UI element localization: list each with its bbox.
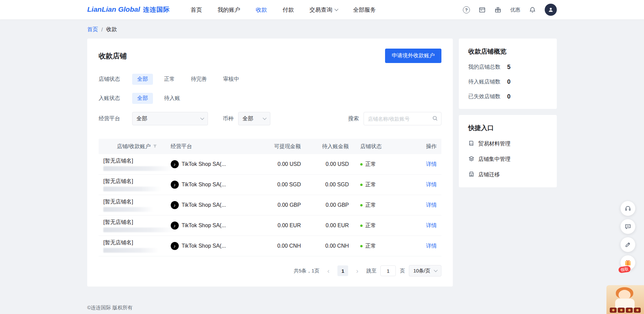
store-name: [暂无店铺名] [103,158,171,164]
help-icon[interactable]: ? [463,6,470,13]
pagination-summary: 共5条，1页 [293,268,319,274]
user-avatar[interactable] [545,4,557,16]
withdrawable-amount: 0.00 USD [253,161,301,167]
footer: ©连连国际 版权所有 工信部备案号：浙B2-20080148-2 浙公网安备 3… [0,305,644,314]
chevron-down-icon [263,116,266,120]
overview-title: 收款店铺概览 [468,47,547,56]
bell-icon[interactable] [529,6,536,13]
status-dot [360,184,363,186]
header-pending: 待入账金额 [301,143,349,150]
sidebar: 收款店铺概览 我的店铺总数 5 待入账店铺数 0 已失效店铺数 0 快捷入口 [459,39,557,193]
nav-item-home[interactable]: 首页 [191,6,202,14]
page-1-button[interactable]: 1 [337,265,348,276]
page-size-value: 10条/页 [413,268,430,274]
prev-page-button[interactable]: ‹ [323,266,333,276]
apply-overseas-account-button[interactable]: 申请境外收款账户 [385,49,441,63]
redacted-account-number [103,166,173,171]
store-status-normal[interactable]: 正常 [159,74,180,85]
promo-mini-button[interactable] [618,308,625,313]
detail-link[interactable]: 详情 [426,243,437,249]
pagination: 共5条，1页 ‹ 1 › 跳至 页 10条/页 [99,265,441,276]
store-status-reviewing[interactable]: 审核中 [218,74,244,85]
customer-service-button[interactable] [621,201,635,216]
header-status: 店铺状态 [349,143,407,150]
gift-box-icon[interactable] [494,6,501,13]
overview-value-invalid: 0 [507,93,511,100]
promo-widget[interactable] [606,285,644,314]
breadcrumb-separator: / [101,27,103,33]
copyright-text: ©连连国际 版权所有 [87,305,557,311]
feedback-chat-button[interactable] [621,219,635,234]
entry-status-pending[interactable]: 待入账 [159,93,185,104]
main-nav: 首页 我的账户 收款 付款 交易查询 全部服务 [191,6,376,14]
filter-funnel-icon[interactable] [153,143,157,149]
quick-item-store-migration[interactable]: 店铺迁移 [468,171,547,179]
pending-amount: 0.00 EUR [301,223,349,229]
platform-name: TikTok Shop SA(... [182,161,226,167]
redacted-account-number [103,187,161,191]
search-icon[interactable] [432,115,438,123]
page-title: 收款店铺 [99,51,127,61]
quick-item-trade-materials[interactable]: 贸易材料管理 [468,140,547,148]
store-list-card: 收款店铺 申请境外收款账户 店铺状态 全部 正常 待完善 审核中 入账状态 全部… [87,39,453,287]
header-withdrawable: 可提现金额 [253,143,301,150]
detail-link[interactable]: 详情 [426,223,437,228]
logo[interactable]: LianLian Global 连连国际 [87,5,170,14]
promo-mini-button[interactable] [626,308,633,313]
entry-status-all[interactable]: 全部 [132,93,153,104]
store-status-label: 店铺状态 [99,76,127,83]
tiktok-icon: ♪ [171,201,179,209]
nav-item-transactions[interactable]: 交易查询 [310,6,338,14]
store-status-incomplete[interactable]: 待完善 [186,74,212,85]
promo-mini-button[interactable] [634,308,641,313]
platform-select[interactable]: 全部 [132,112,208,125]
currency-select[interactable]: 全部 [238,112,270,125]
jump-page-input[interactable] [380,265,396,276]
promo-mini-button[interactable] [610,308,616,313]
table-row: [暂无店铺名] ♪TikTok Shop SA(... 0.00 SGD 0.0… [99,175,441,195]
table-header: 店铺/收款账户 经营平台 可提现金额 待入账金额 店铺状态 操作 [99,139,441,154]
next-page-button[interactable]: › [352,266,362,276]
nav-item-pay[interactable]: 付款 [283,6,294,14]
gift-reward-button[interactable]: 领取 [621,255,635,270]
store-status-all[interactable]: 全部 [132,74,153,85]
quick-entry-card: 快捷入口 贸易材料管理 店铺集中管理 店 [459,115,557,187]
overview-value-total: 5 [507,64,511,71]
platform-name: TikTok Shop SA(... [182,202,226,208]
nav-item-all-services[interactable]: 全部服务 [353,6,376,14]
withdrawable-amount: 0.00 EUR [253,223,301,229]
breadcrumb-home[interactable]: 首页 [87,26,98,33]
promo-link[interactable]: 优惠 [510,7,520,13]
jump-unit: 页 [400,268,405,274]
page-size-select[interactable]: 10条/页 [409,265,441,276]
pending-amount: 0.00 GBP [301,202,349,208]
store-name: [暂无店铺名] [103,178,171,184]
search-input[interactable] [364,112,441,125]
overview-card: 收款店铺概览 我的店铺总数 5 待入账店铺数 0 已失效店铺数 0 [459,39,557,109]
detail-link[interactable]: 详情 [426,202,437,208]
tiktok-icon: ♪ [171,242,179,250]
platform-label: 经营平台 [99,115,127,122]
nav-item-receive[interactable]: 收款 [256,6,267,14]
quick-item-store-management[interactable]: 店铺集中管理 [468,155,547,163]
status-text: 正常 [365,243,376,250]
topbar: LianLian Global 连连国际 首页 我的账户 收款 付款 交易查询 … [0,0,644,19]
withdrawable-amount: 0.00 SGD [253,182,301,188]
nav-item-account[interactable]: 我的账户 [218,6,240,14]
status-text: 正常 [365,202,376,209]
breadcrumb: 首页 / 收款 [87,26,557,33]
gift-claim-badge: 领取 [618,266,631,273]
overview-item-total: 我的店铺总数 5 [468,64,547,71]
currency-label: 币种 [223,115,233,122]
entry-status-label: 入账状态 [99,95,127,102]
detail-link[interactable]: 详情 [426,161,437,167]
store-icon [468,171,475,179]
platform-select-value: 全部 [137,115,147,122]
detail-link[interactable]: 详情 [426,182,437,187]
status-text: 正常 [365,222,376,229]
withdrawable-amount: 0.00 GBP [253,202,301,208]
billing-icon[interactable] [479,6,486,13]
redacted-account-number [103,248,159,253]
promo-mini-buttons [606,308,644,313]
survey-pencil-button[interactable] [621,237,635,252]
